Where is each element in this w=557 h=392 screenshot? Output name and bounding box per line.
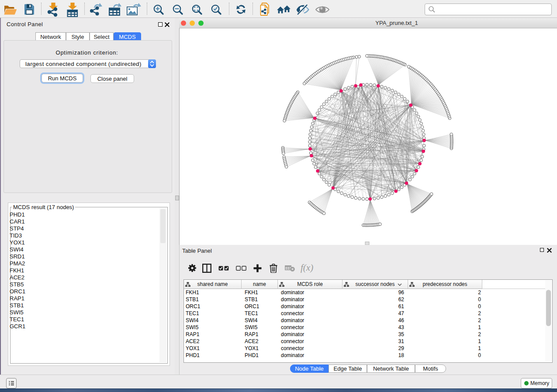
svg-text:Memory: Memory <box>530 380 549 386</box>
